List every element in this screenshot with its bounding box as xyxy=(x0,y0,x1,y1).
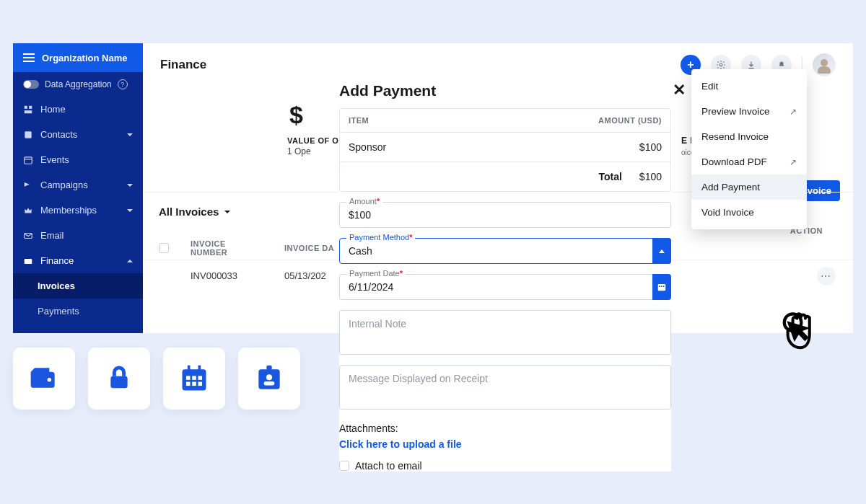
payment-date-input[interactable]: 6/11/2024 xyxy=(339,274,671,300)
line-item-row: Sponsor $100 xyxy=(340,133,670,162)
invoice-actions-dropdown: Edit Preview Invoice↗ Resend Invoice Dow… xyxy=(691,69,807,229)
svg-rect-16 xyxy=(198,376,203,380)
sidebar-item-home[interactable]: Home xyxy=(13,97,143,122)
help-icon[interactable]: ? xyxy=(118,79,128,89)
campaigns-icon xyxy=(23,180,33,190)
col-invoice-number: INVOICE NUMBER xyxy=(191,239,263,257)
org-name: Organization Name xyxy=(42,53,127,63)
total-label: Total xyxy=(598,171,621,182)
sidebar-item-campaigns[interactable]: Campaigns xyxy=(13,172,143,198)
svg-rect-0 xyxy=(25,105,27,108)
svg-rect-30 xyxy=(661,286,662,287)
date-picker-button[interactable] xyxy=(652,274,671,300)
attachments-label: Attachments: xyxy=(339,423,671,434)
amount-input[interactable]: $100 xyxy=(339,202,671,228)
internal-note-input[interactable]: Internal Note xyxy=(339,310,671,355)
sidebar: Organization Name Data Aggregation ? Hom… xyxy=(13,43,143,333)
svg-point-11 xyxy=(48,378,51,382)
crown-icon xyxy=(23,205,33,216)
line-item-name: Sponsor xyxy=(349,141,386,153)
value-of-open-label: VALUE OF O xyxy=(287,136,338,145)
receipt-message-input[interactable]: Message Displayed on Receipt xyxy=(339,365,671,410)
row-actions-button[interactable]: ⋯ xyxy=(817,267,836,286)
caret-up-icon xyxy=(659,249,665,253)
dropdown-void-invoice[interactable]: Void Invoice xyxy=(691,200,807,225)
svg-rect-21 xyxy=(198,366,201,372)
data-aggregation-toggle-row[interactable]: Data Aggregation ? xyxy=(13,72,143,97)
svg-rect-1 xyxy=(29,105,32,108)
upload-file-link[interactable]: Click here to upload a file xyxy=(339,438,671,450)
toggle-switch[interactable] xyxy=(23,80,39,89)
svg-rect-13 xyxy=(183,369,206,390)
sidebar-item-email[interactable]: Email xyxy=(13,223,143,248)
attach-to-email-label: Attach to email xyxy=(355,460,422,472)
svg-rect-18 xyxy=(192,382,196,386)
summary-fragment: $ VALUE OF O 1 Ope xyxy=(287,101,338,156)
card-finance[interactable] xyxy=(13,348,75,410)
sidebar-subitem-payments[interactable]: Payments xyxy=(13,299,143,324)
svg-marker-6 xyxy=(25,182,30,186)
sidebar-item-finance[interactable]: Finance xyxy=(13,248,143,273)
card-events[interactable] xyxy=(163,348,225,410)
chevron-down-icon xyxy=(127,209,133,212)
select-all-checkbox[interactable] xyxy=(159,243,169,253)
cell-invoice-number: INV000033 xyxy=(191,270,263,281)
svg-rect-20 xyxy=(188,366,191,372)
id-badge-icon xyxy=(253,363,285,394)
avatar[interactable] xyxy=(813,53,836,76)
payment-date-label: Payment Date xyxy=(346,269,406,278)
svg-rect-19 xyxy=(198,382,203,386)
line-item-amount: $100 xyxy=(639,141,662,153)
dropdown-toggle-button[interactable] xyxy=(652,238,671,264)
svg-rect-29 xyxy=(659,286,660,287)
sidebar-item-memberships[interactable]: Memberships xyxy=(13,198,143,223)
calendar-icon xyxy=(23,155,33,165)
dropdown-label: Void Invoice xyxy=(701,207,754,218)
dropdown-resend-invoice[interactable]: Resend Invoice xyxy=(691,124,807,149)
dropdown-label: Resend Invoice xyxy=(701,131,769,142)
sidebar-item-label: Contacts xyxy=(40,129,77,140)
total-value: $100 xyxy=(639,171,662,182)
contacts-icon xyxy=(23,130,33,140)
sidebar-subitem-invoices[interactable]: Invoices xyxy=(13,273,143,299)
email-icon xyxy=(23,231,33,241)
close-button[interactable]: ✕ xyxy=(673,81,686,100)
payment-method-select[interactable]: Cash xyxy=(339,238,671,264)
payment-method-label: Payment Method xyxy=(346,233,415,242)
lock-icon xyxy=(105,364,134,393)
calendar-icon xyxy=(657,282,667,292)
attach-to-email-checkbox[interactable] xyxy=(339,461,349,471)
page-title: Finance xyxy=(160,58,206,72)
value-of-open-sub: 1 Ope xyxy=(287,146,338,156)
chevron-down-icon xyxy=(127,184,133,187)
attach-to-email-row[interactable]: Attach to email xyxy=(339,460,671,472)
chevron-up-icon xyxy=(127,260,133,262)
svg-rect-12 xyxy=(110,376,127,389)
all-invoices-filter[interactable]: All Invoices xyxy=(159,205,230,218)
dropdown-preview-invoice[interactable]: Preview Invoice↗ xyxy=(691,99,807,124)
svg-rect-25 xyxy=(264,381,275,386)
dropdown-add-payment[interactable]: Add Payment xyxy=(691,174,807,200)
dropdown-label: Preview Invoice xyxy=(701,106,770,117)
dropdown-download-pdf[interactable]: Download PDF↗ xyxy=(691,149,807,174)
card-security[interactable] xyxy=(88,348,150,410)
col-amount: AMOUNT (USD) xyxy=(598,116,662,125)
external-link-icon: ↗ xyxy=(790,107,797,117)
gear-icon xyxy=(716,60,726,70)
dropdown-label: Download PDF xyxy=(701,156,767,167)
sidebar-item-events[interactable]: Events xyxy=(13,147,143,172)
sidebar-item-contacts[interactable]: Contacts xyxy=(13,122,143,147)
wallet-icon xyxy=(28,363,60,394)
hamburger-icon[interactable] xyxy=(23,53,35,62)
download-icon xyxy=(747,61,756,69)
payment-date-field-wrap: Payment Date 6/11/2024 xyxy=(339,274,671,300)
receipt-message-wrap: Message Displayed on Receipt xyxy=(339,365,671,410)
home-icon xyxy=(23,105,33,115)
modal-title: Add Payment xyxy=(339,82,671,100)
svg-rect-2 xyxy=(25,110,32,113)
sidebar-item-label: Finance xyxy=(40,255,74,266)
org-header[interactable]: Organization Name xyxy=(13,43,143,72)
svg-rect-14 xyxy=(186,376,191,380)
dropdown-edit[interactable]: Edit xyxy=(691,74,807,99)
card-memberships[interactable] xyxy=(238,348,300,410)
